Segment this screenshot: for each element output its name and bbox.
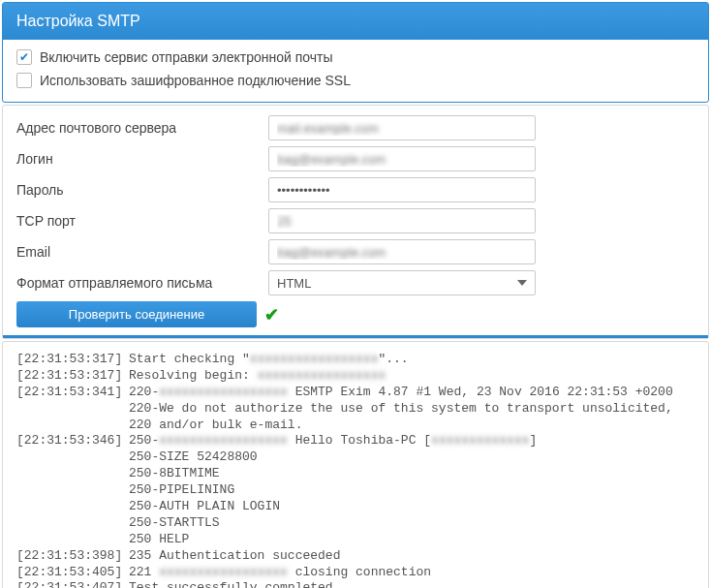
log-message: Test successfully completed [129,580,695,588]
port-label: TCP порт [16,213,268,229]
log-line: 250-SIZE 52428800 [16,449,695,466]
log-timestamp [16,466,129,482]
log-timestamp: [22:31:53:346] [16,433,129,449]
log-line: [22:31:53:341]220-xxxxxxxxxxxxxxxxx ESMT… [16,385,695,401]
log-message: 220-We do not authorize the use of this … [129,401,695,418]
use-ssl-checkbox[interactable] [16,73,32,88]
divider [3,335,708,338]
log-message: 220 and/or bulk e-mail. [129,418,695,434]
format-label: Формат отправляемого письма [16,275,268,291]
log-timestamp: [22:31:53:405] [16,565,129,581]
log-message: 235 Authentication succeeded [129,548,695,565]
log-message: 250-8BITMIME [129,466,695,482]
log-message: 250-AUTH PLAIN LOGIN [129,499,695,515]
log-timestamp [16,418,129,434]
port-row: TCP порт [16,208,695,233]
email-row: Email [16,239,695,264]
log-line: 250 HELP [16,532,695,548]
log-message: Start checking "xxxxxxxxxxxxxxxxx"... [129,352,695,368]
enable-service-row[interactable]: Включить сервис отправки электронной поч… [16,49,695,65]
log-message: 250-SIZE 52428800 [129,449,695,466]
server-input[interactable] [268,115,536,140]
server-row: Адрес почтового сервера [16,115,695,140]
log-timestamp [16,515,129,532]
log-timestamp [16,499,129,515]
login-input[interactable] [268,146,536,171]
log-line: [22:31:53:317]Resolving begin: xxxxxxxxx… [16,368,695,385]
log-timestamp [16,449,129,466]
enable-service-checkbox[interactable] [16,49,32,65]
log-message: 250-PIPELINING [129,482,695,499]
log-message: 220-xxxxxxxxxxxxxxxxx ESMTP Exim 4.87 #1… [129,385,695,401]
log-line: [22:31:53:405]221 xxxxxxxxxxxxxxxxx clos… [16,565,695,581]
use-ssl-label: Использовать зашифрованное подключение S… [40,73,351,88]
log-message: Resolving begin: xxxxxxxxxxxxxxxxx [129,368,695,385]
log-line: [22:31:53:398]235 Authentication succeed… [16,548,695,565]
format-select[interactable]: HTML [268,270,536,295]
log-timestamp: [22:31:53:398] [16,548,129,565]
log-line: 220-We do not authorize the use of this … [16,401,695,418]
log-timestamp [16,532,129,548]
email-input[interactable] [268,239,536,264]
password-input[interactable] [268,177,536,202]
log-message: 250 HELP [129,532,695,548]
panel-title: Настройка SMTP [3,3,708,40]
log-message: 221 xxxxxxxxxxxxxxxxx closing connection [129,565,695,581]
log-line: [22:31:53:407]Test successfully complete… [16,580,695,588]
success-check-icon: ✔ [264,304,279,325]
password-label: Пароль [16,182,268,198]
password-row: Пароль [16,177,695,202]
log-timestamp: [22:31:53:407] [16,580,129,588]
log-timestamp [16,401,129,418]
use-ssl-row[interactable]: Использовать зашифрованное подключение S… [16,73,695,88]
log-timestamp: [22:31:53:317] [16,352,129,368]
test-row: Проверить соединение ✔ [16,301,695,327]
log-line: 250-PIPELINING [16,482,695,499]
test-connection-button[interactable]: Проверить соединение [16,301,257,327]
enable-service-label: Включить сервис отправки электронной поч… [40,49,333,65]
settings-panel: Адрес почтового сервера Логин Пароль TCP… [2,105,709,339]
port-input[interactable] [268,208,536,233]
log-line: [22:31:53:346]250-xxxxxxxxxxxxxxxxx Hell… [16,433,695,449]
log-line: 250-STARTTLS [16,515,695,532]
checkbox-section: Включить сервис отправки электронной поч… [3,40,708,102]
log-timestamp: [22:31:53:317] [16,368,129,385]
log-line: 250-AUTH PLAIN LOGIN [16,499,695,515]
log-message: 250-xxxxxxxxxxxxxxxxx Hello Toshiba-PC [… [129,433,695,449]
email-label: Email [16,244,268,260]
smtp-panel: Настройка SMTP Включить сервис отправки … [2,2,709,103]
log-message: 250-STARTTLS [129,515,695,532]
server-label: Адрес почтового сервера [16,120,268,136]
log-line: 250-8BITMIME [16,466,695,482]
login-label: Логин [16,151,268,167]
log-line: [22:31:53:317]Start checking "xxxxxxxxxx… [16,352,695,368]
log-timestamp [16,482,129,499]
login-row: Логин [16,146,695,171]
log-line: 220 and/or bulk e-mail. [16,418,695,434]
log-body: [22:31:53:317]Start checking "xxxxxxxxxx… [3,342,708,588]
log-timestamp: [22:31:53:341] [16,385,129,401]
format-row: Формат отправляемого письма HTML [16,270,695,295]
log-panel: [22:31:53:317]Start checking "xxxxxxxxxx… [2,341,709,588]
